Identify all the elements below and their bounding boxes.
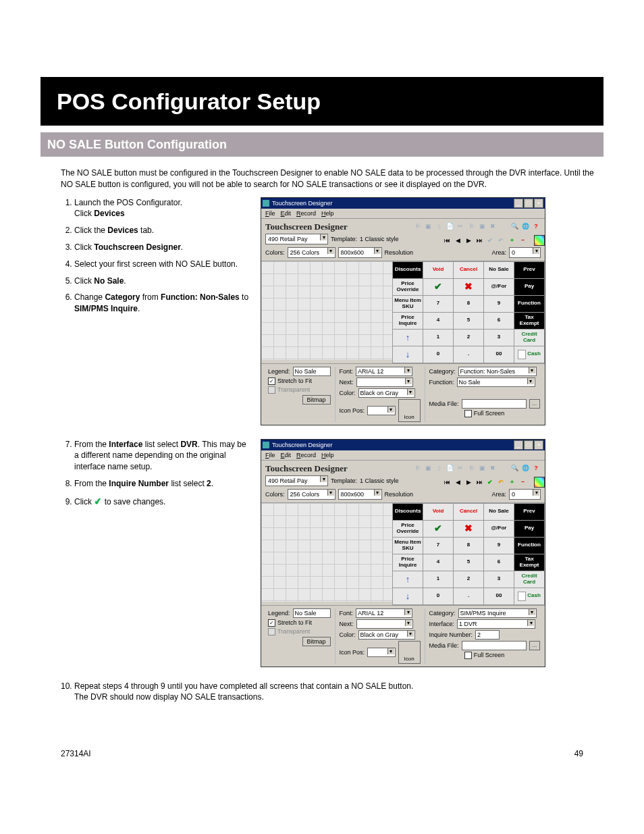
pos-button[interactable]: . [454,346,483,363]
colors-select[interactable]: 256 Colors [288,247,336,258]
close-button[interactable]: × [534,440,543,450]
pos-button[interactable]: 9 [484,296,514,312]
menu-item[interactable]: Record [296,210,316,217]
pos-button[interactable]: Cancel [454,504,483,520]
pos-button[interactable]: 3 [484,571,514,588]
record-select[interactable]: 490 Retail Pay [265,234,328,244]
delete-icon[interactable]: － [518,477,527,487]
pos-button[interactable]: Prev [514,504,544,520]
toolbar-icon[interactable] [499,463,508,473]
fullscreen-checkbox[interactable] [464,652,472,659]
color-select[interactable]: Black on Gray [358,388,415,398]
add-icon[interactable]: ＋ [507,477,516,487]
nav-icon[interactable]: ◀ [453,477,462,487]
pos-button[interactable]: ✔ [423,279,453,295]
media-input[interactable] [462,641,527,650]
toolbar-icon[interactable]: ▣ [423,221,433,231]
pos-button[interactable]: No Sale [484,504,514,520]
toolbar-icon[interactable]: ▣ [477,463,487,473]
pos-button[interactable]: Tax Exempt [514,554,544,571]
next-select[interactable] [356,619,413,629]
minimize-button[interactable]: _ [514,199,523,208]
pos-button[interactable]: 4 [423,313,453,329]
maximize-button[interactable]: □ [524,199,533,208]
designer-canvas[interactable] [261,261,392,360]
pos-button[interactable]: Credit Card [514,571,544,588]
pos-button[interactable]: Prev [514,262,544,278]
save-icon[interactable]: ✔ [485,477,495,487]
legend-input[interactable]: No Sale [293,608,331,618]
delete-icon[interactable]: － [518,236,527,245]
stretch-checkbox[interactable]: ✓ [268,619,275,627]
pos-button[interactable]: 2 [454,571,483,588]
pos-button[interactable]: Credit Card [514,330,544,346]
pos-button[interactable]: 8 [454,538,483,554]
toolbar-icon[interactable]: ⎘ [412,221,422,231]
media-browse-button[interactable]: … [529,641,540,650]
pos-button[interactable]: Void [423,504,453,520]
pos-button[interactable]: ↑ [393,330,423,346]
pos-button[interactable]: 2 [454,330,483,346]
pos-button[interactable]: Price Inquire [393,313,423,329]
menu-item[interactable]: File [265,210,275,217]
pos-button[interactable]: 7 [423,296,453,312]
pos-button[interactable]: 00 [484,346,514,363]
pos-button[interactable]: Void [423,262,453,278]
pos-button[interactable]: Cash [514,346,544,363]
menu-item[interactable]: File [265,452,275,459]
toolbar-icon[interactable]: ? [531,221,541,231]
pos-button[interactable]: Price Inquire [393,554,423,571]
toolbar-icon[interactable]: 📄 [445,463,454,473]
pos-button[interactable]: No Sale [484,262,514,278]
pos-button[interactable]: 6 [484,313,514,329]
colors-select[interactable]: 256 Colors [288,489,336,500]
interface-select[interactable]: 1 DVR [457,619,535,629]
media-browse-button[interactable]: … [529,399,540,409]
toolbar-icon[interactable]: ▣ [423,463,433,473]
pos-button[interactable]: Pay [514,521,544,537]
pos-button[interactable]: Pay [514,279,544,295]
toolbar-icon[interactable]: ✔ [485,236,495,245]
stretch-checkbox[interactable]: ✓ [268,377,275,385]
pos-button[interactable]: 8 [454,296,483,312]
pos-button[interactable]: 00 [484,588,514,604]
pos-button[interactable]: @/For [484,279,514,295]
pos-button[interactable]: Menu Item SKU [393,296,423,312]
toolbar-icon[interactable]: ⎘ [466,463,476,473]
color-select[interactable]: Black on Gray [358,630,415,640]
pos-button[interactable]: 4 [423,554,453,571]
pos-button[interactable]: 5 [454,313,483,329]
pos-button[interactable]: ✔ [423,521,453,537]
resolution-select[interactable]: 800x600 [338,489,382,500]
iconpos-select[interactable] [367,406,396,415]
category-select[interactable]: SIM/PMS Inquire [458,608,537,618]
undo-icon[interactable]: ↶ [496,477,506,487]
toolbar-icon[interactable]: ⎘ [412,463,422,473]
toolbar-icon[interactable]: ? [531,463,541,473]
toolbar-icon[interactable] [499,221,508,231]
function-select[interactable]: No Sale [457,377,535,387]
toolbar-icon[interactable]: 🔍 [510,463,519,473]
pos-button[interactable]: 5 [454,554,483,571]
area-select[interactable]: 0 [509,247,541,258]
close-button[interactable]: × [534,199,543,208]
toolbar-icon[interactable]: ✂ [456,463,465,473]
pos-button[interactable]: ↓ [393,588,423,604]
pos-button[interactable]: @/For [484,521,514,537]
iconpos-select[interactable] [367,648,396,657]
menu-item[interactable]: Help [321,452,334,459]
palette-icon[interactable] [534,235,545,246]
pos-button[interactable]: Price Override [393,279,423,295]
resolution-select[interactable]: 800x600 [338,247,382,258]
designer-canvas[interactable] [261,503,392,602]
bitmap-button[interactable]: Bitmap [302,395,331,405]
pos-button[interactable]: Cash [514,588,544,604]
fullscreen-checkbox[interactable] [464,410,472,417]
menu-item[interactable]: Edit [281,452,292,459]
nav-icon[interactable]: ▶ [464,236,473,245]
toolbar-icon[interactable]: 🌐 [520,463,530,473]
toolbar-icon[interactable]: ✖ [488,221,498,231]
record-select[interactable]: 490 Retail Pay [265,475,328,486]
pos-button[interactable]: 9 [484,538,514,554]
pos-button[interactable]: . [454,588,483,604]
